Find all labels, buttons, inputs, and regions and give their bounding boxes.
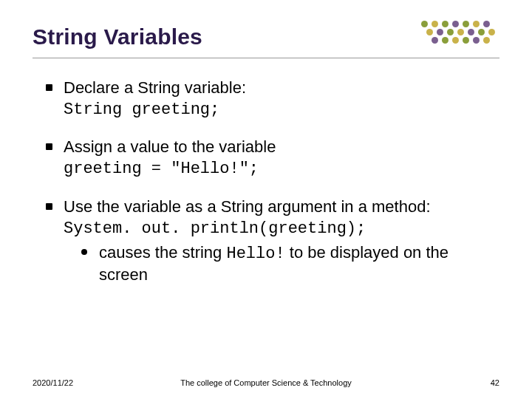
list-item: Use the variable as a String argument in…	[46, 197, 499, 286]
title-row: String Variables	[33, 21, 499, 58]
footer-org: The college of Computer Science & Techno…	[0, 378, 532, 387]
list-item: Declare a String variable: String greeti…	[46, 78, 499, 120]
list-item: Assign a value to the variable greeting …	[46, 137, 499, 180]
code-snippet: System. out. println(greeting);	[64, 219, 366, 238]
bullet-text: Use the variable as a String argument in…	[64, 197, 431, 216]
code-inline: Hello!	[226, 245, 284, 263]
page-title: String Variables	[33, 24, 202, 50]
sub-list-item: causes the string Hello! to be displayed…	[81, 242, 499, 285]
bullet-list: Declare a String variable: String greeti…	[33, 78, 499, 285]
bullet-text: Declare a String variable:	[64, 78, 246, 97]
code-snippet: String greeting;	[64, 100, 219, 119]
slide: String Variables Declare a Strin	[0, 0, 532, 399]
sub-text-pre: causes the string	[99, 243, 226, 262]
sub-list: causes the string Hello! to be displayed…	[64, 242, 499, 285]
decorative-dots-icon	[418, 21, 499, 53]
code-snippet: greeting = "Hello!";	[64, 160, 259, 178]
footer: 2020/11/22 The college of Computer Scien…	[0, 378, 532, 387]
bullet-text: Assign a value to the variable	[64, 137, 276, 156]
